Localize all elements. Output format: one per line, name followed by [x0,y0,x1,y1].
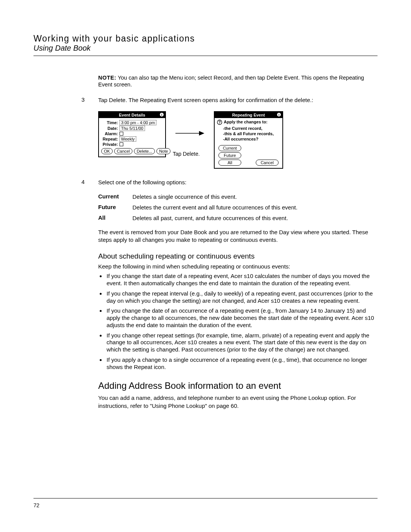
delete-button[interactable]: Delete... [134,148,155,154]
event-details-title: Event Details i [99,112,165,118]
repeating-event-title: Repeating Event i [215,112,282,118]
option-def: Deletes the current event and all future… [132,204,378,211]
option-term: Current [98,193,132,201]
private-checkbox[interactable] [119,142,123,146]
repeating-event-panel: Repeating Event i ? Apply the changes to… [214,111,283,169]
list-item: If you apply a change to a single occurr… [106,356,378,371]
step-number: 3 [81,96,98,104]
removed-paragraph: The event is removed from your Date Book… [98,228,378,244]
svg-text:?: ? [218,120,221,125]
section-title: Using Date Book [33,44,378,53]
note-block: NOTE: You can also tap the Menu icon; se… [98,74,378,88]
event-details-panel: Event Details i Time: 3:00 pm - 4:00 pm … [98,111,166,157]
header-rule [33,56,378,56]
question-text: Apply the changes to: [224,120,268,126]
list-item: If you change the date of an occurrence … [106,307,378,329]
note-text: You can also tap the Menu icon; select R… [98,75,364,88]
option-def: Deletes all past, current, and future oc… [132,214,378,222]
opt-current-text: -the Current record, [217,126,280,131]
list-item: If you change the start date of a repeat… [106,273,378,287]
step-4: 4 Select one of the following options: [98,179,378,186]
alarm-label: Alarm: [101,131,119,136]
subheading: About scheduling repeating or continuous… [98,252,378,260]
option-row: Current Deletes a single occurrence of t… [98,193,378,201]
event-details-title-text: Event Details [119,113,145,117]
step-text: Tap Delete. The Repeating Event screen o… [98,96,378,104]
ok-button[interactable]: OK [101,148,113,154]
svg-marker-3 [199,131,204,136]
option-row: All Deletes all past, current, and futur… [98,214,378,222]
option-term: Future [98,204,132,211]
list-item: If you change other repeat settings (for… [106,332,378,353]
info-icon[interactable]: i [159,112,164,117]
chapter-title: Working with your basic applications [33,34,378,44]
repeat-label: Repeat: [101,137,119,141]
note-label: NOTE: [98,75,116,81]
future-button[interactable]: Future [218,152,241,158]
cancel-button[interactable]: Cancel [114,148,132,154]
arrow-icon [175,130,205,136]
keep-paragraph: Keep the following in mind when scheduli… [98,263,378,270]
step-number: 4 [81,179,98,186]
option-def: Deletes a single occurrence of this even… [132,193,378,201]
arrow-block: Tap Delete. [173,130,207,157]
cancel-button-2[interactable]: Cancel [256,160,279,166]
alarm-checkbox[interactable] [119,132,123,136]
opt-future-text: -this & all Future records, [217,131,280,137]
page-number: 72 [33,502,378,508]
repeat-value[interactable]: Weekly [119,136,136,142]
heading-adding-address: Adding Address Book information to an ev… [98,380,378,391]
repeating-event-title-text: Repeating Event [232,113,265,117]
content-area: NOTE: You can also tap the Menu icon; se… [33,74,378,410]
opt-all-text: -All occurrences? [217,137,280,142]
add-address-paragraph: You can add a name, address, and telepho… [98,394,378,410]
note-button[interactable]: Note [156,148,170,154]
question-icon: ? [217,120,222,126]
tap-delete-label: Tap Delete. [173,151,200,157]
current-button[interactable]: Current [218,145,241,151]
option-row: Future Deletes the current event and all… [98,204,378,211]
figure-row: Event Details i Time: 3:00 pm - 4:00 pm … [98,111,378,169]
page-header: Working with your basic applications Usi… [33,34,378,56]
info-icon[interactable]: i [277,112,281,117]
bullet-list: If you change the start date of a repeat… [106,273,378,371]
step-3: 3 Tap Delete. The Repeating Event screen… [98,96,378,104]
step-text: Select one of the following options: [98,179,378,186]
all-button[interactable]: All [218,160,241,166]
date-value[interactable]: Thu 5/11/00 [119,126,145,131]
options-table: Current Deletes a single occurrence of t… [98,193,378,222]
footer-rule [33,498,378,498]
time-value[interactable]: 3:00 pm - 4:00 pm [119,120,156,125]
time-label: Time: [101,120,119,125]
date-label: Date: [101,126,119,131]
private-label: Private: [101,142,119,147]
option-term: All [98,214,132,222]
list-item: If you change the repeat interval (e.g.,… [106,290,378,305]
page-footer: 72 [33,498,378,508]
